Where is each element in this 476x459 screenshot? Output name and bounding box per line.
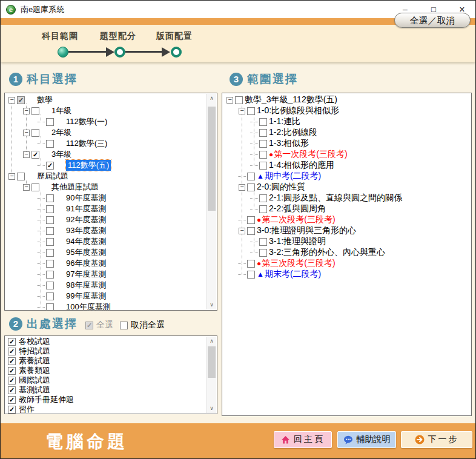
tree-node[interactable]: 3-2:三角形的外心、內心與重心 — [222, 247, 471, 258]
tree-node[interactable]: 112數學(三) — [5, 138, 207, 149]
tree-node-checkbox[interactable] — [46, 238, 54, 246]
tree-node[interactable]: 98年度基測 — [5, 280, 207, 291]
tree-node-text[interactable]: 94年度基測 — [66, 236, 106, 247]
tree-node[interactable]: −3-0:推理證明與三角形的心 — [222, 225, 471, 236]
source-list-item[interactable]: ✓習作 — [5, 405, 207, 414]
tree-node[interactable]: 92年度基測 — [5, 214, 207, 225]
tree-node[interactable]: ▲期中考(二段考) — [222, 171, 471, 182]
tree-node-text[interactable]: 95年度基測 — [66, 247, 106, 258]
tree-node-label[interactable]: 3-0:推理證明與三角形的心 — [257, 225, 356, 236]
scroll-down-icon[interactable]: ∨ — [207, 300, 216, 309]
tree-node-label[interactable]: 3年級 — [51, 149, 71, 160]
tree-node-checkbox[interactable] — [259, 118, 267, 126]
tree-node-checkbox[interactable]: ✓ — [31, 151, 39, 159]
tree-node-text[interactable]: 數學_3年級_112數學(五) — [245, 94, 337, 105]
tree-node-label[interactable]: ●第二次段考(三段考) — [257, 214, 336, 225]
subject-tree-scrollbar[interactable]: ∧ ∨ — [207, 94, 216, 309]
tree-node-checkbox[interactable] — [259, 205, 267, 213]
select-all-checkbox[interactable]: ✓ — [85, 322, 93, 329]
scroll-up-icon[interactable]: ∧ — [207, 337, 216, 346]
tree-node[interactable]: 93年度基測 — [5, 225, 207, 236]
tree-node-checkbox[interactable] — [259, 129, 267, 137]
tree-node-text[interactable]: 91年度基測 — [66, 203, 106, 214]
source-item-checkbox[interactable]: ✓ — [8, 348, 16, 355]
next-step-button[interactable]: 下一步 — [401, 431, 472, 448]
tree-node-checkbox[interactable] — [247, 260, 255, 268]
tree-node-text[interactable]: 第三次段考(三段考) — [262, 258, 335, 269]
tree-node-text[interactable]: 3年級 — [51, 149, 71, 160]
tree-node-label[interactable]: 3-2:三角形的外心、內心與重心 — [269, 247, 385, 258]
source-item-checkbox[interactable]: ✓ — [8, 406, 16, 414]
tree-node-text[interactable]: 第二次段考(三段考) — [262, 214, 335, 225]
source-item-checkbox[interactable]: ✓ — [8, 357, 16, 365]
tree-node[interactable]: 2-1:圓形及點、直線與圓之間的關係 — [222, 193, 471, 203]
tree-node-text[interactable]: 112數學(一) — [66, 116, 107, 127]
tree-node-label[interactable]: ▲期中考(二段考) — [257, 171, 321, 182]
tree-node-checkbox[interactable] — [247, 173, 255, 180]
expand-collapse-icon[interactable]: − — [23, 130, 30, 136]
tree-node-checkbox[interactable] — [259, 194, 267, 202]
deselect-all-option[interactable]: 取消全選 — [119, 320, 165, 331]
scroll-up-icon[interactable]: ∧ — [207, 94, 216, 103]
deselect-all-checkbox[interactable] — [120, 322, 128, 329]
tree-node-checkbox[interactable] — [46, 303, 54, 311]
expand-collapse-icon[interactable]: − — [23, 184, 30, 191]
source-list-item[interactable]: ✓各校試題 — [5, 337, 207, 346]
tree-node-text[interactable]: 3-1:推理與證明 — [269, 236, 326, 247]
tree-node[interactable]: −其他題庫試題 — [5, 182, 207, 193]
tree-node-checkbox[interactable] — [31, 107, 39, 115]
tree-node-label[interactable]: 99年度基測 — [66, 291, 106, 302]
tree-node-label[interactable]: 數學 — [37, 94, 53, 105]
tree-node-checkbox[interactable] — [259, 151, 267, 159]
tree-node-text[interactable]: 112數學(三) — [66, 138, 107, 149]
expand-collapse-icon[interactable]: − — [239, 184, 245, 191]
tree-node[interactable]: −✓數學 — [5, 94, 207, 105]
tree-node[interactable]: 95年度基測 — [5, 247, 207, 258]
expand-collapse-icon[interactable]: − — [239, 228, 245, 234]
tree-node-checkbox[interactable] — [259, 238, 267, 246]
tree-node-checkbox[interactable] — [235, 96, 243, 104]
tree-node-checkbox[interactable] — [46, 216, 54, 224]
tree-node-label[interactable]: 1-0:比例線段與相似形 — [257, 105, 339, 116]
tree-node-text[interactable]: 第一次段考(三段考) — [274, 149, 347, 160]
tree-node-label[interactable]: 1-1:連比 — [269, 116, 300, 127]
tree-node-label[interactable]: 90年度基測 — [66, 193, 106, 203]
tree-node[interactable]: 1-1:連比 — [222, 116, 471, 127]
tree-node-text[interactable]: 99年度基測 — [66, 291, 106, 302]
expand-collapse-icon[interactable]: − — [8, 173, 15, 180]
tree-node-label[interactable]: 歷屆試題 — [37, 171, 68, 182]
tree-node-label[interactable]: 97年度基測 — [66, 269, 106, 280]
tree-node[interactable]: 112數學(一) — [5, 116, 207, 127]
tree-node-label[interactable]: 2年級 — [51, 127, 71, 138]
tree-node-label[interactable]: ●第三次段考(三段考) — [257, 258, 336, 269]
tree-node[interactable]: −1-0:比例線段與相似形 — [222, 105, 471, 116]
tree-node[interactable]: ✓112數學(五) — [5, 160, 207, 171]
tree-node[interactable]: 97年度基測 — [5, 269, 207, 280]
tree-node-label[interactable]: 2-0:圓的性質 — [257, 182, 305, 193]
tree-node[interactable]: 99年度基測 — [5, 291, 207, 302]
tree-node-label[interactable]: 其他題庫試題 — [51, 182, 99, 193]
tree-node-checkbox[interactable] — [247, 271, 255, 279]
tree-node-checkbox[interactable] — [46, 282, 54, 289]
tree-node-label[interactable]: 94年度基測 — [66, 236, 106, 247]
tree-node-text[interactable]: 數學 — [37, 94, 53, 105]
select-all-toggle-button[interactable]: 全選／取消 — [394, 13, 471, 28]
tree-node[interactable]: 100年度基測 — [5, 302, 207, 310]
tree-node[interactable]: 2-2:弧與圓周角 — [222, 203, 471, 214]
tree-node-label[interactable]: 100年度基測 — [66, 302, 111, 310]
tree-node-text[interactable]: 1-1:連比 — [269, 116, 300, 127]
tree-node-label[interactable]: 1-2:比例線段 — [269, 127, 317, 138]
tree-node[interactable]: −2-0:圓的性質 — [222, 182, 471, 193]
tree-node-text[interactable]: 2-0:圓的性質 — [257, 182, 305, 193]
selected-tree-node-text[interactable]: 112數學(五) — [66, 160, 111, 171]
tree-node[interactable]: ●第一次段考(三段考) — [222, 149, 471, 160]
source-item-checkbox[interactable]: ✓ — [8, 396, 16, 404]
tree-node[interactable]: 94年度基測 — [5, 236, 207, 247]
tree-node-checkbox[interactable] — [46, 140, 54, 148]
tree-node[interactable]: −2年級 — [5, 127, 207, 138]
tree-node-checkbox[interactable]: ✓ — [17, 96, 25, 104]
tree-node-text[interactable]: 1-3:相似形 — [269, 138, 309, 149]
tree-node-label[interactable]: 2-1:圓形及點、直線與圓之間的關係 — [269, 193, 402, 203]
tree-node-text[interactable]: 100年度基測 — [66, 302, 111, 310]
tree-node[interactable]: 1-2:比例線段 — [222, 127, 471, 138]
